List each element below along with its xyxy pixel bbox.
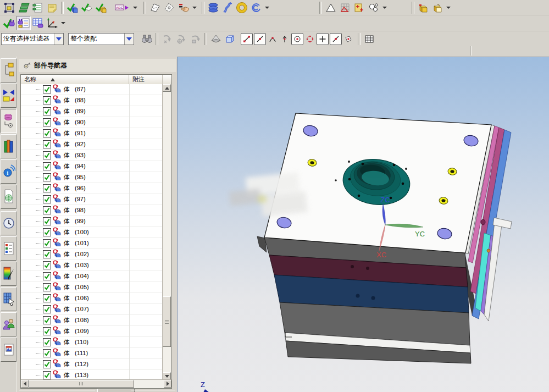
tree-item-checkbox[interactable] [43, 96, 51, 104]
triad-tool-button[interactable] [45, 16, 59, 30]
tree-item[interactable]: 体 (92) [21, 139, 163, 150]
panel-resize-bar[interactable] [19, 389, 175, 392]
annotation-dropdown-caret[interactable] [133, 7, 137, 9]
triad-dropdown-caret[interactable] [61, 22, 65, 24]
tree-item[interactable]: 体 (103) [21, 260, 163, 271]
tab-palettes[interactable] [1, 236, 16, 261]
hand-dropdown-caret[interactable] [192, 7, 197, 9]
circles-button[interactable] [367, 1, 381, 15]
selection-filter-dropdown-button[interactable] [54, 34, 63, 45]
selection-filter-combo[interactable]: 没有选择过滤器 [1, 33, 64, 45]
tree-item-checkbox[interactable] [43, 184, 51, 192]
column-header-name[interactable]: 名称 [21, 75, 129, 84]
tree-item-checkbox[interactable] [43, 294, 51, 302]
tree-item-checkbox[interactable] [43, 151, 51, 159]
annotation-button[interactable]: ABC [114, 1, 131, 15]
tab-part-navigator[interactable] [1, 109, 16, 133]
coil-dropdown-caret[interactable] [265, 7, 269, 9]
tree-item[interactable]: 体 (91) [21, 128, 163, 139]
tree-item[interactable]: 体 (99) [21, 216, 163, 227]
tree-item-checkbox[interactable] [43, 349, 51, 357]
tree-item[interactable]: 体 (89) [21, 106, 163, 117]
tree-item-checkbox[interactable] [43, 140, 51, 148]
tree-item-checkbox[interactable] [43, 118, 51, 126]
coil-stack-button[interactable] [206, 1, 220, 15]
snap-arc-toggle[interactable] [267, 34, 278, 45]
tree-item[interactable]: 体 (101) [21, 238, 163, 249]
tree-item-checkbox[interactable] [43, 272, 51, 280]
tab-web-browser[interactable] [1, 185, 16, 209]
tree-item[interactable]: 体 (106) [21, 293, 163, 304]
snap-drag-button[interactable] [188, 32, 203, 46]
tree-item-checkbox[interactable] [43, 316, 51, 324]
tree-item-checkbox[interactable] [43, 239, 51, 247]
grid-snap-button[interactable] [362, 32, 376, 46]
tab-constraint-navigator[interactable] [1, 84, 16, 108]
tree-item[interactable]: 体 (90) [21, 117, 163, 128]
tree-item-checkbox[interactable] [43, 217, 51, 225]
facet-triangle-button[interactable] [324, 1, 338, 15]
tree-item-checkbox[interactable] [43, 360, 51, 368]
horizontal-scrollbar[interactable] [21, 379, 171, 388]
resize-handle[interactable] [97, 389, 135, 392]
selection-scope-combo[interactable]: 整个装配 [68, 33, 134, 45]
tree-item-checkbox[interactable] [43, 338, 51, 346]
cube-dropdown-caret[interactable] [446, 7, 451, 9]
tree-item[interactable]: 体 (113) [21, 370, 163, 380]
tree-item[interactable]: 体 (95) [21, 172, 163, 183]
tree-item-checkbox[interactable] [43, 195, 51, 203]
layer-settings-button[interactable] [31, 1, 45, 15]
tree-item[interactable]: 体 (96) [21, 183, 163, 194]
tree-item-checkbox[interactable] [43, 305, 51, 313]
tree-item[interactable]: 体 (100) [21, 227, 163, 238]
sketch-face2-button[interactable] [162, 1, 176, 15]
tab-image-panel[interactable] [1, 338, 16, 362]
vertical-scrollbar[interactable] [162, 84, 171, 380]
snap-rotate-button[interactable] [160, 32, 174, 46]
spring-button[interactable] [220, 1, 235, 15]
column-header-note[interactable]: 附注 [129, 75, 163, 84]
check-mates-button[interactable] [2, 16, 16, 30]
add-points-button[interactable] [352, 1, 367, 15]
tree-item-checkbox[interactable] [43, 162, 51, 170]
layers-button[interactable] [16, 1, 31, 15]
hand-pointer-button[interactable] [176, 1, 191, 15]
snapshot-button[interactable] [2, 1, 16, 15]
scroll-right-button[interactable] [164, 380, 171, 388]
sketch-face-button[interactable] [148, 1, 162, 15]
tree-item[interactable]: 体 (93) [21, 150, 163, 161]
viewport-3d[interactable]: ZC YC XC Z [177, 57, 549, 392]
tab-visualization[interactable] [1, 262, 16, 286]
tab-library[interactable] [1, 134, 16, 158]
navigator-list-button[interactable] [16, 16, 31, 30]
tab-scene-navigator[interactable] [1, 287, 16, 311]
tree-list[interactable]: 体 (87) 体 (88) 体 (89) 体 (90) 体 (91) 体 (92… [21, 84, 163, 380]
tree-item-checkbox[interactable] [43, 261, 51, 269]
tree-item-checkbox[interactable] [43, 85, 51, 93]
snap-point-on-curve-toggle[interactable] [330, 33, 342, 45]
snap-pole-toggle[interactable] [279, 34, 290, 45]
verify-solid-button[interactable] [65, 1, 80, 15]
table-plug-button[interactable] [31, 16, 45, 30]
prism-button[interactable] [209, 32, 223, 46]
cube-copy-button[interactable] [416, 1, 430, 15]
tree-item-checkbox[interactable] [43, 129, 51, 137]
cube-open-button[interactable] [430, 1, 445, 15]
tree-item[interactable]: 体 (108) [21, 315, 163, 326]
tab-roles[interactable] [1, 312, 16, 336]
verify-sheet-button[interactable] [80, 1, 94, 15]
tree-item-checkbox[interactable] [43, 327, 51, 335]
verify-body-button[interactable] [94, 1, 108, 15]
tree-item[interactable]: 体 (105) [21, 282, 163, 293]
wire-box-button[interactable] [223, 32, 237, 46]
tree-item[interactable]: 体 (107) [21, 304, 163, 315]
tree-item[interactable]: 体 (88) [21, 95, 163, 106]
tree-item-checkbox[interactable] [43, 173, 51, 181]
tree-item-checkbox[interactable] [43, 371, 51, 379]
vertical-scroll-thumb[interactable] [163, 296, 171, 347]
tree-item[interactable]: 体 (112) [21, 359, 163, 370]
tree-item[interactable]: 体 (98) [21, 205, 163, 216]
tree-item[interactable]: 体 (111) [21, 348, 163, 359]
note-button[interactable] [45, 1, 59, 15]
scroll-down-button[interactable] [163, 372, 171, 380]
